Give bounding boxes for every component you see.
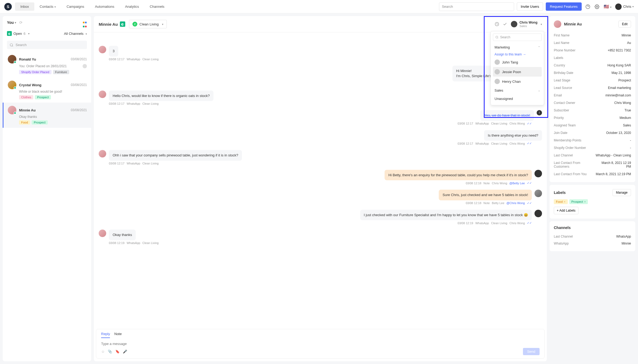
chevron-down-icon: ▾ xyxy=(28,32,29,35)
user-menu[interactable]: Chris ▾ xyxy=(615,3,634,10)
bookmark-icon[interactable]: 🔖 xyxy=(115,350,120,354)
user-avatar xyxy=(615,3,622,10)
conversation-item[interactable]: Crystal Wong 03/08/2021 White or black w… xyxy=(3,77,91,103)
detail-row: Shopify Order Number- xyxy=(554,144,631,152)
detail-row: Last Contact From CustomersMarch 8, 2021… xyxy=(554,159,631,170)
status-filter-open[interactable]: ◐ Open 6 ▾ xyxy=(7,31,29,36)
refresh-icon[interactable]: ⟳ xyxy=(19,20,23,25)
detail-value: Minnie xyxy=(622,33,631,37)
channels-title: Channels xyxy=(554,226,631,230)
search-icon xyxy=(10,43,13,47)
contact-avatar xyxy=(554,20,561,28)
nav-analytics[interactable]: Analytics xyxy=(120,2,144,11)
manage-labels-button[interactable]: Manage xyxy=(613,189,631,196)
detail-row: Lead StageProspect xyxy=(554,77,631,84)
dropdown-search-input[interactable]: Search xyxy=(493,33,542,41)
add-label-button[interactable]: + Add Labels xyxy=(554,207,578,214)
chevron-down-icon: ▾ xyxy=(632,5,634,8)
open-status-icon: ◐ xyxy=(7,31,12,36)
assign-to-team-link[interactable]: Assign to this team → xyxy=(493,51,542,57)
sidebar-search-input[interactable]: Search xyxy=(7,41,87,49)
label-tag: Prospect xyxy=(35,95,51,99)
detail-value: Prospect xyxy=(618,78,631,82)
history-icon[interactable] xyxy=(495,22,499,26)
user-name: Chris xyxy=(623,5,631,9)
channel-label: WhatsApp xyxy=(554,242,569,245)
detail-row: Phone Number+852 9221 7302 xyxy=(554,47,631,54)
remove-label-icon[interactable]: × xyxy=(564,200,565,203)
note-tab[interactable]: Note xyxy=(114,332,121,338)
message-input[interactable] xyxy=(101,340,540,348)
detail-value: Medium xyxy=(619,116,631,120)
channel-selector[interactable]: ✆ Clean Living ▾ xyxy=(129,20,167,28)
label-tag: Furniture xyxy=(53,70,69,74)
label-chip[interactable]: Food× xyxy=(554,199,568,204)
label-tag: Food xyxy=(19,120,30,125)
nav-contacts[interactable]: Contacts▾ xyxy=(34,2,61,11)
conversation-item[interactable]: Minnie Au 03/08/2021 Okay thanks Food Pr… xyxy=(3,103,91,128)
detail-label: Lead Stage xyxy=(554,78,570,82)
warning-icon[interactable]: ! xyxy=(537,110,542,115)
mic-icon[interactable]: 🎤 xyxy=(123,350,127,354)
message-bubble: Ohh i saw that your company sells pinewo… xyxy=(109,150,242,161)
request-features-button[interactable]: Request Features xyxy=(546,2,581,11)
open-status-icon: ◐ xyxy=(120,21,125,27)
mention[interactable]: @Betty Lee xyxy=(509,182,525,185)
chevron-down-icon: ▾ xyxy=(15,21,16,24)
detail-row: Contact OwnerChris Wong xyxy=(554,99,631,107)
apps-grid-icon[interactable] xyxy=(83,20,87,25)
assignee-selector[interactable]: Chris Wong Sales ▾ xyxy=(511,21,542,28)
invite-users-button[interactable]: Invite Users xyxy=(517,2,543,11)
conversation-date: 03/08/2021 xyxy=(71,83,87,87)
global-search-input[interactable]: Search xyxy=(439,2,514,11)
nav-inbox[interactable]: Inbox xyxy=(15,2,34,11)
detail-label: Email xyxy=(554,93,562,97)
unassigned-option[interactable]: Unassigned xyxy=(493,95,542,103)
reply-tab[interactable]: Reply xyxy=(101,332,110,338)
detail-row: Join DateOctober 13, 2020 xyxy=(554,129,631,137)
detail-label: Last Channel xyxy=(554,153,573,157)
label-chip[interactable]: Prospect× xyxy=(569,199,588,204)
chevron-down-icon: ▾ xyxy=(610,6,611,9)
language-flag[interactable]: 🇺🇸▾ xyxy=(604,4,611,9)
settings-icon[interactable] xyxy=(595,4,600,9)
nav-campaigns[interactable]: Campaigns xyxy=(61,2,90,11)
team-section-sales[interactable]: Sales ⌄ xyxy=(493,86,542,95)
send-button[interactable]: Send xyxy=(523,348,540,355)
detail-label: Priority xyxy=(554,116,564,120)
nav-automations[interactable]: Automations xyxy=(90,2,120,11)
edit-button[interactable]: Edit xyxy=(618,21,631,28)
note-bubble: Hi Betty, there's an enquiry for the pin… xyxy=(385,170,532,181)
detail-row: SubscriberTrue xyxy=(554,107,631,114)
detail-value: +852 9221 7302 xyxy=(608,48,631,52)
assignee-option[interactable]: John Tang xyxy=(493,57,542,67)
nav-channels[interactable]: Channels xyxy=(144,2,170,11)
chevron-up-icon: ⌃ xyxy=(538,46,540,49)
conversation-panel: Minnie Au ◐ ✆ Clean Living ▾ Chris Wong … xyxy=(94,16,547,361)
remove-label-icon[interactable]: × xyxy=(584,200,586,203)
detail-row: Labels xyxy=(554,54,631,62)
chevron-down-icon: ▾ xyxy=(86,32,87,35)
detail-label: Birthday Date xyxy=(554,71,573,75)
detail-row: Assigned TeamSales xyxy=(554,122,631,129)
assignee-option[interactable]: Jessie Poon xyxy=(493,67,542,77)
user-avatar xyxy=(495,69,500,74)
conversation-item[interactable]: Ronald Yu 03/08/2021 You: Order Placed o… xyxy=(3,52,91,77)
detail-row: Membership Points- xyxy=(554,137,631,144)
labels-title: Labels xyxy=(554,190,566,195)
assignee-name: Chris Wong xyxy=(519,21,537,24)
team-section-marketing[interactable]: Marketing ⌃ xyxy=(493,43,542,51)
detail-row: Last Contact From YouMarch 8, 2021 12:19… xyxy=(554,170,631,178)
attachment-icon[interactable]: 📎 xyxy=(108,350,112,354)
channel-filter-dropdown[interactable]: All Channels ▾ xyxy=(64,32,87,36)
contact-avatar xyxy=(99,91,106,98)
channel-value: WhatsApp xyxy=(616,235,631,238)
emoji-icon[interactable]: ☺ xyxy=(101,350,105,354)
mention[interactable]: @Chris Wong xyxy=(507,201,525,205)
help-icon[interactable] xyxy=(585,4,591,9)
assignee-option[interactable]: Henry Chan xyxy=(493,77,542,86)
app-logo[interactable]: S xyxy=(4,3,12,10)
filter-you-dropdown[interactable]: You ▾ ⟳ xyxy=(7,20,23,25)
svg-line-7 xyxy=(497,38,498,38)
check-icon[interactable] xyxy=(503,22,507,26)
